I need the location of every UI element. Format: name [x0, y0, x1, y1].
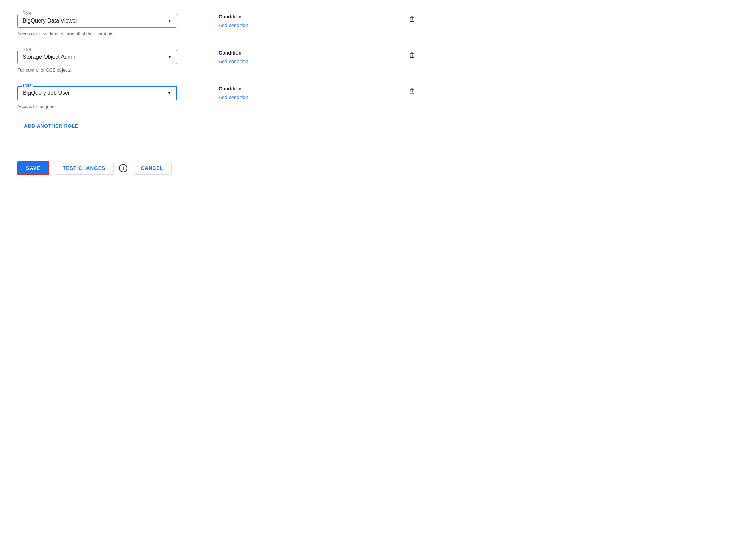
role-description: Full control of GCS objects. [17, 67, 177, 74]
dropdown-arrow-icon: ▼ [167, 91, 172, 96]
role-dropdown[interactable]: Role Storage Object Admin ▼ [17, 50, 177, 64]
role-description: Access to view datasets and all of their… [17, 31, 177, 38]
role-dropdown[interactable]: Role BigQuery Job User ▼ [17, 86, 177, 100]
add-condition-link[interactable]: Add condition [219, 59, 248, 64]
role-left: Role Storage Object Admin ▼ Full control… [17, 50, 191, 74]
role-value: BigQuery Data Viewer [23, 18, 77, 24]
role-label: Role [21, 11, 33, 16]
dropdown-arrow-icon: ▼ [168, 18, 172, 23]
role-dropdown-inner: Storage Object Admin ▼ [23, 54, 172, 60]
role-left: Role BigQuery Job User ▼ Access to run j… [17, 86, 191, 110]
role-label: Role [22, 83, 33, 88]
add-role-label: ADD ANOTHER ROLE [24, 123, 78, 129]
condition-label: Condition [219, 14, 248, 19]
delete-role-button[interactable] [406, 50, 418, 61]
delete-role-button[interactable] [406, 86, 418, 97]
test-changes-label: TEST CHANGES [63, 165, 106, 171]
test-changes-button[interactable]: TEST CHANGES [55, 162, 114, 175]
trash-icon [408, 15, 415, 23]
roles-container: Role BigQuery Data Viewer ▼ Access to vi… [17, 14, 418, 110]
condition-section: Condition Add condition [219, 86, 248, 100]
trash-icon [408, 87, 415, 95]
cancel-label: CANCEL [141, 165, 164, 171]
add-condition-link[interactable]: Add condition [219, 94, 248, 100]
add-condition-link[interactable]: Add condition [219, 23, 248, 28]
role-dropdown-inner: BigQuery Job User ▼ [23, 90, 172, 96]
condition-section: Condition Add condition [219, 50, 248, 65]
save-button[interactable]: SAVE [17, 161, 49, 175]
delete-role-button[interactable] [406, 14, 418, 25]
trash-icon [408, 51, 415, 59]
dropdown-arrow-icon: ▼ [168, 55, 172, 59]
role-section: Role BigQuery Job User ▼ Access to run j… [17, 86, 418, 110]
role-dropdown[interactable]: Role BigQuery Data Viewer ▼ [17, 14, 177, 28]
role-dropdown-inner: BigQuery Data Viewer ▼ [23, 18, 172, 24]
cancel-button[interactable]: CANCEL [133, 162, 172, 175]
plus-icon: + [17, 123, 21, 130]
condition-label: Condition [219, 86, 248, 91]
footer-actions: SAVE TEST CHANGES i CANCEL [17, 151, 418, 175]
role-value: Storage Object Admin [23, 54, 77, 60]
condition-label: Condition [219, 50, 248, 56]
info-icon[interactable]: i [119, 164, 127, 172]
role-left: Role BigQuery Data Viewer ▼ Access to vi… [17, 14, 191, 38]
role-section: Role BigQuery Data Viewer ▼ Access to vi… [17, 14, 418, 38]
save-label: SAVE [26, 165, 41, 171]
condition-section: Condition Add condition [219, 14, 248, 28]
add-another-role-button[interactable]: + ADD ANOTHER ROLE [17, 123, 78, 130]
role-label: Role [21, 47, 33, 52]
role-value: BigQuery Job User [23, 90, 70, 96]
role-description: Access to run jobs [17, 103, 177, 110]
role-section: Role Storage Object Admin ▼ Full control… [17, 50, 418, 74]
info-symbol: i [123, 165, 124, 171]
